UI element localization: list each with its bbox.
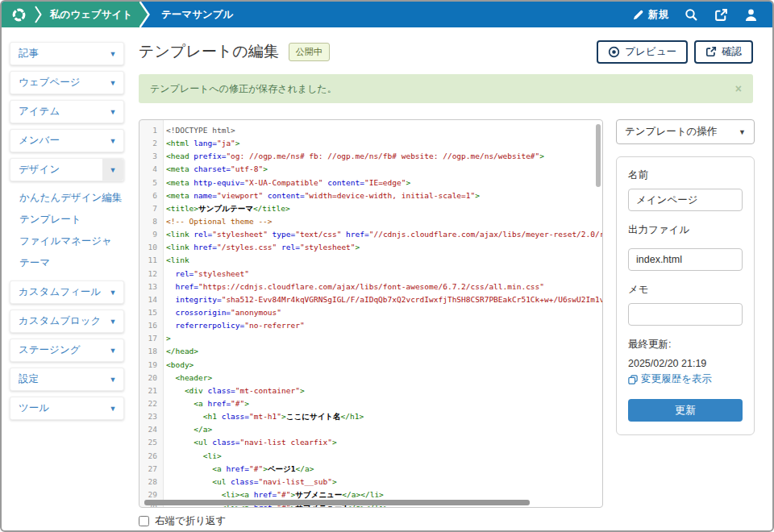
sidebar-item-メンバー[interactable]: メンバー▼ bbox=[10, 129, 124, 152]
code-line: 14 integrity="sha512-Evv84Mr4kqVGRNSgIGL… bbox=[139, 293, 602, 306]
sidebar-subitem-テーマ[interactable]: テーマ bbox=[10, 252, 124, 274]
breadcrumb-chevron-icon bbox=[35, 6, 42, 23]
chevron-down-icon[interactable]: ▼ bbox=[102, 159, 123, 181]
code-line: 25 <ul class="navi-list clearfix"> bbox=[139, 436, 602, 449]
wrap-checkbox-input[interactable] bbox=[139, 516, 149, 526]
line-number: 15 bbox=[139, 306, 163, 319]
breadcrumb-site-name[interactable]: 私のウェブサイト bbox=[50, 8, 132, 22]
line-number: 11 bbox=[139, 254, 163, 267]
code-line: 22 <a href="#"> bbox=[139, 397, 602, 410]
memo-field: メモ bbox=[628, 283, 743, 326]
line-number: 22 bbox=[139, 397, 163, 410]
code-line: 28 <ul class="navi-list__sub"> bbox=[139, 476, 602, 488]
last-updated-label: 最終更新: bbox=[628, 338, 743, 351]
preview-button[interactable]: プレビュー bbox=[597, 40, 688, 64]
code-line: 24 </a> bbox=[139, 423, 602, 436]
search-icon[interactable] bbox=[685, 8, 698, 22]
update-button[interactable]: 更新 bbox=[628, 399, 743, 422]
horizontal-scrollbar[interactable] bbox=[144, 500, 530, 505]
copy-icon bbox=[628, 375, 638, 384]
header-actions: プレビュー 確認 bbox=[597, 40, 753, 64]
new-button[interactable]: 新規 bbox=[632, 8, 668, 22]
side-panel: テンプレートの操作 ▼ 名前 出力ファイル メモ bbox=[616, 119, 755, 528]
code-editor[interactable]: 1<!DOCTYPE html>2<html lang="ja">3<head … bbox=[139, 119, 603, 508]
code-line: 10<link href="/styles.css" rel="styleshe… bbox=[139, 241, 602, 254]
sidebar-submenu: かんたんデザイン編集テンプレートファイルマネージャテーマ bbox=[10, 187, 124, 274]
line-number: 28 bbox=[139, 476, 163, 488]
status-badge: 公開中 bbox=[289, 43, 330, 61]
history-link[interactable]: 変更履歴を表示 bbox=[628, 372, 743, 386]
sidebar: 記事▼ウェブページ▼アイテム▼メンバー▼デザイン▼かんたんデザイン編集テンプレー… bbox=[2, 27, 131, 532]
sidebar-item-ステージング[interactable]: ステージング▼ bbox=[10, 339, 124, 362]
sidebar-item-アイテム[interactable]: アイテム▼ bbox=[10, 100, 124, 123]
code-line: 3<head prefix="og: //ogp.me/ns# fb: //og… bbox=[139, 150, 602, 163]
memo-label: メモ bbox=[628, 283, 743, 297]
line-number: 21 bbox=[139, 384, 163, 397]
line-number: 14 bbox=[139, 293, 163, 306]
name-field: 名前 bbox=[628, 168, 743, 211]
breadcrumb-current-page[interactable]: テーマサンプル bbox=[150, 2, 233, 27]
chevron-down-icon[interactable]: ▼ bbox=[102, 130, 123, 152]
app-window: 私のウェブサイト テーマサンプル 新規 記事▼ウェブページ▼アイテム▼メンバー▼… bbox=[0, 0, 774, 532]
breadcrumb: 私のウェブサイト bbox=[2, 2, 150, 27]
topbar: 私のウェブサイト テーマサンプル 新規 bbox=[2, 2, 772, 27]
editor-column: 1<!DOCTYPE html>2<html lang="ja">3<head … bbox=[139, 119, 603, 528]
chevron-down-icon: ▼ bbox=[739, 128, 746, 136]
line-number: 1 bbox=[139, 124, 163, 137]
chevron-down-icon[interactable]: ▼ bbox=[102, 43, 123, 64]
chevron-down-icon[interactable]: ▼ bbox=[102, 101, 123, 123]
content-row: 1<!DOCTYPE html>2<html lang="ja">3<head … bbox=[139, 119, 753, 528]
sidebar-item-デザイン[interactable]: デザイン▼ bbox=[10, 158, 124, 181]
page-body: 記事▼ウェブページ▼アイテム▼メンバー▼デザイン▼かんたんデザイン編集テンプレー… bbox=[2, 27, 772, 532]
code-line: 9<link rel="stylesheet" type="text/css" … bbox=[139, 228, 602, 241]
code-line: 21 <div class="mt-container"> bbox=[139, 384, 602, 397]
line-number: 3 bbox=[139, 150, 163, 163]
sidebar-item-記事[interactable]: 記事▼ bbox=[10, 42, 124, 65]
line-number: 19 bbox=[139, 359, 163, 372]
line-number: 26 bbox=[139, 450, 163, 463]
line-number: 23 bbox=[139, 410, 163, 423]
chevron-down-icon[interactable]: ▼ bbox=[102, 310, 123, 332]
close-icon[interactable]: × bbox=[735, 82, 742, 95]
sidebar-item-設定[interactable]: 設定▼ bbox=[10, 368, 124, 391]
line-number: 27 bbox=[139, 463, 163, 476]
code-line: 15 crossorigin="anonymous" bbox=[139, 306, 602, 319]
wrap-checkbox[interactable]: 右端で折り返す bbox=[139, 514, 603, 528]
sidebar-subitem-かんたんデザイン編集[interactable]: かんたんデザイン編集 bbox=[10, 187, 124, 209]
sidebar-subitem-テンプレート[interactable]: テンプレート bbox=[10, 209, 124, 231]
breadcrumb-site-segment: 私のウェブサイト bbox=[2, 2, 150, 27]
main-content: テンプレートの編集 公開中 プレビュー 確認 テンプレートへの修正が保存されまし… bbox=[131, 27, 772, 532]
external-link-icon bbox=[705, 46, 717, 57]
mt-logo-icon[interactable] bbox=[11, 7, 27, 23]
memo-input[interactable] bbox=[628, 303, 743, 326]
notification-message: テンプレートへの修正が保存されました。 bbox=[150, 82, 337, 96]
code-line: 7<title>サンプルテーマ</title> bbox=[139, 202, 602, 215]
user-icon[interactable] bbox=[744, 8, 758, 22]
code-line: 16 referrerpolicy="no-referrer" bbox=[139, 319, 602, 332]
line-number: 2 bbox=[139, 137, 163, 150]
pencil-icon bbox=[632, 9, 644, 21]
line-number: 20 bbox=[139, 372, 163, 384]
chevron-down-icon[interactable]: ▼ bbox=[102, 72, 123, 94]
page-title: テンプレートの編集 bbox=[139, 41, 279, 62]
line-number: 24 bbox=[139, 423, 163, 436]
sidebar-item-カスタムフィールド[interactable]: カスタムフィールド▼ bbox=[10, 281, 124, 304]
output-file-input[interactable] bbox=[628, 248, 743, 271]
confirm-button[interactable]: 確認 bbox=[694, 40, 753, 64]
vertical-scrollbar[interactable] bbox=[596, 124, 601, 187]
success-notification: テンプレートへの修正が保存されました。 × bbox=[139, 74, 753, 103]
chevron-down-icon[interactable]: ▼ bbox=[102, 281, 123, 303]
template-settings-card: 名前 出力ファイル メモ 最終更新: 2025/02/20 21:19 bbox=[616, 156, 755, 435]
line-number: 10 bbox=[139, 241, 163, 254]
name-input[interactable] bbox=[628, 189, 743, 211]
chevron-down-icon[interactable]: ▼ bbox=[102, 368, 123, 390]
last-updated-value: 2025/02/20 21:19 bbox=[628, 358, 743, 369]
sidebar-item-ウェブページ[interactable]: ウェブページ▼ bbox=[10, 71, 124, 94]
sidebar-subitem-ファイルマネージャ[interactable]: ファイルマネージャ bbox=[10, 231, 124, 252]
chevron-down-icon[interactable]: ▼ bbox=[102, 339, 123, 361]
sidebar-item-ツール[interactable]: ツール▼ bbox=[10, 397, 124, 420]
external-link-icon[interactable] bbox=[714, 8, 728, 22]
sidebar-item-カスタムブロック[interactable]: カスタムブロック▼ bbox=[10, 310, 124, 333]
chevron-down-icon[interactable]: ▼ bbox=[102, 397, 123, 419]
template-actions-dropdown[interactable]: テンプレートの操作 ▼ bbox=[616, 119, 755, 144]
